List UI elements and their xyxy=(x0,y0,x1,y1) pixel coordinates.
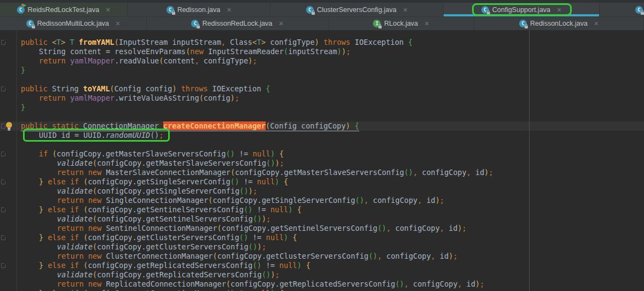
lock-badge-icon xyxy=(641,12,644,15)
lock-badge-icon xyxy=(197,26,200,28)
code-line[interactable]: return yamlMapper.readValue(content, con… xyxy=(0,56,644,66)
code-line[interactable]: return new ClusterConnectionManager(conf… xyxy=(0,252,644,261)
code-token: () xyxy=(252,261,261,270)
code-editor[interactable]: public <T> T fromYAML(InputStream inputS… xyxy=(0,30,644,291)
code-token: { xyxy=(266,84,270,93)
code-token: ; xyxy=(253,187,257,195)
code-line-text: return new SingleConnectionManager(confi… xyxy=(57,196,444,205)
code-line[interactable]: String content = resolveEnvParams(new In… xyxy=(0,47,644,56)
code-token: { xyxy=(279,149,284,158)
code-line-text: String content = resolveEnvParams(new In… xyxy=(39,47,350,56)
tab-redissonlock-java[interactable]: CRedissonLock.java× xyxy=(474,17,644,30)
code-token: configCopy.getSingleServerConfig xyxy=(212,196,355,205)
code-token: != xyxy=(248,233,266,242)
code-token: configType xyxy=(199,56,248,65)
code-line[interactable]: } else if (configCopy.getClusterServersC… xyxy=(0,233,644,242)
code-line[interactable]: return new SingleConnectionManager(confi… xyxy=(0,196,644,205)
code-line[interactable]: } else if (configCopy.getSentinelServers… xyxy=(0,205,644,214)
class-icon: C xyxy=(519,20,527,27)
code-token: != xyxy=(252,205,271,214)
annotation-box-uuid-line xyxy=(23,129,170,142)
code-token: configCopy.getConnectionManager xyxy=(88,289,226,291)
code-line[interactable]: validate(configCopy.getSingleServerConfi… xyxy=(0,187,644,196)
code-token: T xyxy=(56,38,61,46)
close-icon[interactable]: × xyxy=(279,20,283,27)
code-token: if xyxy=(39,149,52,158)
modified-dot-icon xyxy=(21,4,24,6)
tab-partial[interactable]: C xyxy=(600,3,644,16)
code-token xyxy=(302,261,306,270)
code-token: throws xyxy=(324,38,350,46)
code-token: ClusterConnectionManager xyxy=(106,252,212,260)
code-line-text: validate(configCopy.getSingleServerConfi… xyxy=(57,187,257,195)
code-line[interactable]: validate(configCopy.getMasterSlaveServer… xyxy=(0,159,644,168)
code-token: ; xyxy=(262,242,266,251)
code-line[interactable]: public <T> T fromYAML(InputStream inputS… xyxy=(0,38,644,47)
code-line[interactable]: public String toYAML(Config config) thro… xyxy=(0,84,644,94)
code-line[interactable]: return new ReplicatedConnectionManager(c… xyxy=(0,280,644,289)
code-token: ( xyxy=(226,280,231,288)
code-line[interactable]: validate(configCopy.getReplicatedServers… xyxy=(0,270,644,280)
class-icon: C xyxy=(306,6,314,14)
code-token xyxy=(279,177,284,186)
code-line-text: return new ClusterConnectionManager(conf… xyxy=(57,252,458,260)
code-token: ) xyxy=(458,224,462,232)
code-token: MasterSlaveConnectionManager xyxy=(106,168,231,177)
code-line[interactable]: } else if (configCopy.getConnectionManag… xyxy=(0,289,644,291)
code-line-text: public <T> T fromYAML(InputStream inputS… xyxy=(21,38,412,46)
code-token: null xyxy=(266,233,284,242)
code-token: ( xyxy=(93,270,97,279)
code-token: ) xyxy=(249,187,253,195)
code-token: configCopy xyxy=(391,224,440,232)
close-icon[interactable]: × xyxy=(227,6,231,14)
tab-redisson-java[interactable]: CRedisson.java× xyxy=(128,3,271,16)
code-token: } xyxy=(39,289,48,291)
close-icon[interactable]: × xyxy=(594,20,599,27)
code-token: ) xyxy=(271,289,275,291)
code-line[interactable]: return new MasterSlaveConnectionManager(… xyxy=(0,168,644,177)
tab-rlock-java[interactable]: IRLock.java× xyxy=(329,17,474,30)
code-line[interactable] xyxy=(0,112,644,121)
tab-redissonredlock-java[interactable]: CRedissonRedLock.java× xyxy=(147,17,329,30)
close-icon[interactable]: × xyxy=(403,6,407,14)
interface-icon: I xyxy=(373,20,381,27)
code-token: return new xyxy=(57,252,106,260)
code-line[interactable]: } xyxy=(0,103,644,112)
code-token: () xyxy=(249,242,257,251)
code-line[interactable] xyxy=(0,75,644,84)
code-line[interactable]: } xyxy=(0,66,644,75)
close-icon[interactable]: × xyxy=(106,6,110,14)
close-icon[interactable]: × xyxy=(424,20,429,27)
code-line[interactable]: return yamlMapper.writeValueAsString(con… xyxy=(0,94,644,103)
code-token: fromYAML xyxy=(79,38,114,46)
code-token: configCopy.getSentinelServersConfig xyxy=(88,205,243,214)
tab-clusterserversconfig-java[interactable]: CClusterServersConfig.java× xyxy=(271,3,444,16)
code-token: () xyxy=(395,280,404,288)
code-area[interactable]: public <T> T fromYAML(InputStream inputS… xyxy=(0,38,644,291)
tab-reidsredlocktest-java[interactable]: CReidsRedLockTest.java× xyxy=(0,3,128,16)
code-token: () xyxy=(239,187,248,195)
code-token: public xyxy=(21,38,52,46)
code-token: () xyxy=(369,252,377,260)
code-token: , xyxy=(221,38,226,46)
code-token: ; xyxy=(279,159,284,167)
code-line[interactable]: } else if (configCopy.getReplicatedServe… xyxy=(0,261,644,270)
code-token: configCopy.getSentinelServersConfig xyxy=(97,214,252,223)
code-token: ) xyxy=(297,261,301,270)
code-token: yamlMapper xyxy=(70,94,114,102)
code-token: ) xyxy=(346,121,354,130)
code-line[interactable]: validate(configCopy.getClusterServersCon… xyxy=(0,242,644,252)
close-icon[interactable]: × xyxy=(116,20,120,27)
code-token: return new xyxy=(57,280,106,288)
code-line[interactable]: } else if (configCopy.getSingleServerCon… xyxy=(0,177,644,187)
code-token: configCopy.getReplicatedServersConfig xyxy=(97,270,262,279)
lightbulb-icon[interactable] xyxy=(6,122,12,128)
code-token: ( xyxy=(284,47,288,56)
code-token: configCopy.getMasterSlaveServersConfig xyxy=(235,168,404,177)
code-line[interactable]: if (configCopy.getMasterSlaveServersConf… xyxy=(0,149,644,159)
code-line[interactable]: return new SentinelConnectionManager(con… xyxy=(0,224,644,233)
tab-redissonmultilock-java[interactable]: CRedissonMultiLock.java× xyxy=(0,17,147,30)
code-token: configCopy.getClusterServersConfig xyxy=(88,233,239,242)
code-token: SentinelConnectionManager xyxy=(106,224,217,232)
code-line[interactable]: validate(configCopy.getSentinelServersCo… xyxy=(0,214,644,224)
